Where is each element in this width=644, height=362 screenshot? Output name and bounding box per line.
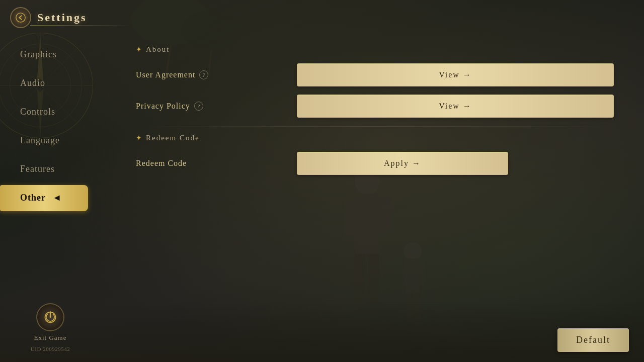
privacy-policy-row: Privacy Policy ? View → [136, 93, 614, 119]
svg-point-25 [16, 13, 25, 22]
redeem-section-marker-icon: ✦ [136, 134, 142, 142]
title-underline [30, 25, 131, 26]
header: Settings [0, 0, 151, 35]
about-section-header: ✦ About [136, 45, 614, 54]
sidebar-item-other[interactable]: Other ◄ [0, 184, 121, 212]
section-marker-icon: ✦ [136, 45, 142, 54]
user-agreement-help-icon[interactable]: ? [199, 70, 208, 79]
exit-label: Exit Game [34, 334, 67, 342]
about-section-title: About [146, 45, 170, 54]
sidebar-item-audio[interactable]: Audio [0, 69, 121, 98]
sidebar-item-features[interactable]: Features [0, 155, 121, 184]
apply-button[interactable]: Apply → [297, 152, 508, 175]
back-icon [15, 12, 26, 23]
sidebar-item-controls[interactable]: Controls [0, 98, 121, 126]
privacy-policy-help-icon[interactable]: ? [194, 102, 203, 111]
sidebar-item-language[interactable]: Language [0, 126, 121, 155]
user-agreement-label: User Agreement ? [136, 70, 297, 79]
user-agreement-row: User Agreement ? View → [136, 62, 614, 88]
exit-button[interactable] [36, 303, 64, 331]
sidebar-item-graphics[interactable]: Graphics [0, 40, 121, 69]
uid-text: UID 200929542 [31, 346, 70, 352]
redeem-section-header: ✦ Redeem Code [136, 134, 614, 142]
redeem-section-title: Redeem Code [146, 134, 200, 142]
active-arrow: ◄ [52, 193, 62, 203]
default-button[interactable]: Default [557, 328, 629, 352]
main-content: ✦ About User Agreement ? View → Privacy … [136, 40, 614, 322]
redeem-code-row: Redeem Code Apply → [136, 150, 614, 176]
bottom-left-area: Exit Game UID 200929542 [0, 303, 101, 352]
section-divider [136, 126, 614, 127]
redeem-code-label: Redeem Code [136, 159, 297, 168]
user-agreement-view-button[interactable]: View → [297, 63, 614, 86]
privacy-policy-label: Privacy Policy ? [136, 102, 297, 111]
back-button[interactable] [10, 7, 31, 28]
page-title: Settings [37, 11, 87, 24]
power-icon [43, 310, 57, 324]
privacy-policy-view-button[interactable]: View → [297, 95, 614, 118]
